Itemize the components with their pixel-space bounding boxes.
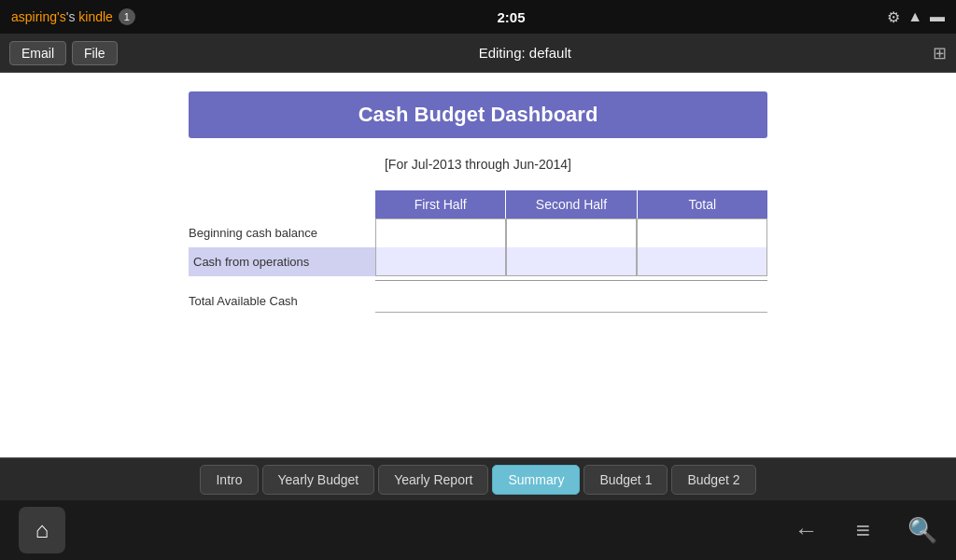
data-cell	[506, 247, 637, 276]
data-cell	[637, 247, 767, 276]
total-cell	[637, 290, 767, 313]
back-icon[interactable]: ←	[794, 516, 819, 545]
table-headers: First Half Second Half Total	[375, 190, 767, 218]
status-left: aspiring's's kindle 1	[11, 8, 135, 25]
gear-icon: ⚙	[887, 8, 900, 26]
divider-line	[375, 280, 767, 281]
total-cells	[375, 290, 767, 313]
app-name-text: aspiring's	[11, 9, 66, 24]
time-text: 2:05	[497, 9, 525, 25]
main-content: Cash Budget Dashboard [For Jul-2013 thro…	[0, 73, 956, 457]
total-label: Total Available Cash	[189, 288, 375, 314]
bottom-nav: ⌂ ← ≡ 🔍	[0, 500, 956, 560]
col-header-second-half: Second Half	[506, 190, 637, 218]
editing-title: Editing: default	[479, 45, 571, 61]
nav-icons: ← ≡ 🔍	[794, 516, 937, 545]
home-button[interactable]: ⌂	[19, 507, 65, 553]
divider-label	[189, 276, 375, 285]
file-button[interactable]: File	[72, 41, 118, 65]
tab-intro[interactable]: Intro	[200, 465, 258, 495]
total-cell	[375, 290, 506, 313]
notification-badge: 1	[119, 8, 135, 25]
data-cell	[375, 218, 506, 247]
status-time: 2:05	[497, 9, 525, 25]
home-icon: ⌂	[35, 517, 49, 543]
data-cell	[375, 247, 506, 276]
app-highlight: kindle	[78, 9, 113, 24]
tab-summary[interactable]: Summary	[492, 465, 580, 495]
divider-row	[189, 276, 767, 285]
row-label-beginning: Beginning cash balance	[189, 218, 375, 247]
table-row: Beginning cash balance	[189, 218, 767, 247]
status-icons: ⚙ ▲ ▬	[887, 8, 945, 26]
row-label-operations: Cash from operations	[189, 247, 375, 276]
app-name: aspiring's's kindle	[11, 9, 113, 24]
budget-table: First Half Second Half Total Beginning c…	[189, 190, 767, 314]
tab-yearly-budget[interactable]: Yearly Budget	[262, 465, 375, 495]
email-button[interactable]: Email	[9, 41, 66, 65]
data-cell	[506, 218, 637, 247]
row-label-text: Beginning cash balance	[189, 226, 317, 240]
tab-yearly-report[interactable]: Yearly Report	[378, 465, 488, 495]
col-header-first-half: First Half	[375, 190, 506, 218]
date-range: [For Jul-2013 through Jun-2014]	[385, 157, 571, 172]
row-label-text: Cash from operations	[193, 255, 309, 269]
battery-icon: ▬	[930, 8, 945, 25]
status-bar: aspiring's's kindle 1 2:05 ⚙ ▲ ▬	[0, 0, 956, 34]
tab-bar: Intro Yearly Budget Yearly Report Summar…	[0, 457, 956, 500]
row-cells	[375, 218, 767, 247]
menu-icon[interactable]: ≡	[856, 516, 870, 545]
col-header-total: Total	[638, 190, 767, 218]
toolbar: Email File Editing: default ⊞	[0, 34, 956, 73]
tab-budget-1[interactable]: Budget 1	[583, 465, 668, 495]
total-row: Total Available Cash	[189, 288, 767, 314]
tab-budget-2[interactable]: Budget 2	[671, 465, 755, 495]
notification-count: 1	[124, 11, 130, 22]
total-cell	[506, 290, 637, 313]
search-icon[interactable]: 🔍	[907, 516, 937, 545]
dashboard-title: Cash Budget Dashboard	[189, 91, 767, 138]
data-cell	[637, 218, 767, 247]
row-cells	[375, 247, 767, 276]
toolbar-left: Email File	[9, 41, 118, 65]
table-row: Cash from operations	[189, 247, 767, 276]
wifi-icon: ▲	[907, 8, 922, 25]
expand-icon[interactable]: ⊞	[933, 43, 947, 63]
